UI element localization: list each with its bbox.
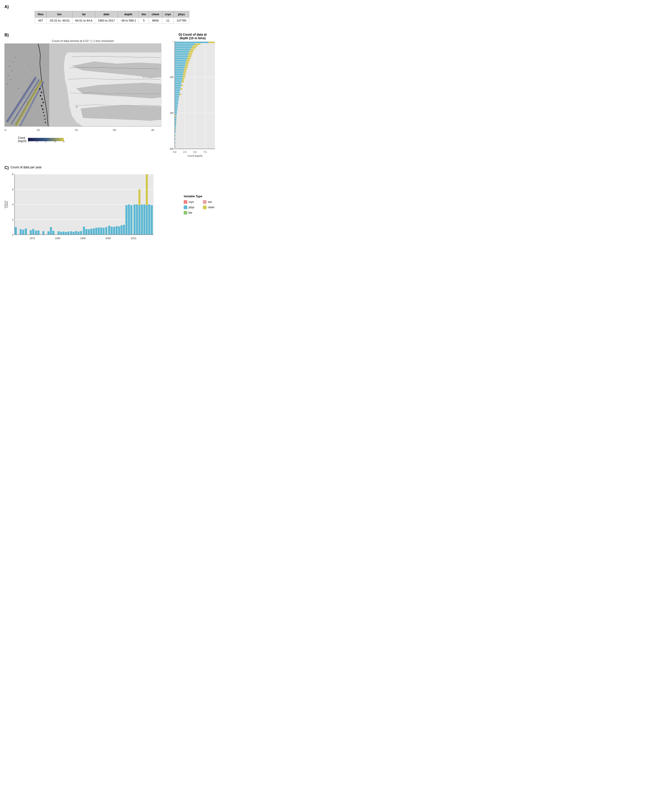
svg-rect-195 <box>75 231 77 235</box>
svg-rect-135 <box>175 122 176 124</box>
table-cell: 457 <box>35 18 46 24</box>
svg-rect-25 <box>13 111 14 111</box>
svg-rect-111 <box>175 85 181 86</box>
svg-text:600: 600 <box>170 148 174 150</box>
svg-rect-77 <box>189 52 192 54</box>
section-c: C) Count of data per year 8 6 4 2 0 Coun… <box>5 165 220 244</box>
svg-rect-106 <box>175 79 182 81</box>
svg-rect-180 <box>30 230 32 235</box>
svg-rect-215 <box>126 205 127 235</box>
svg-rect-226 <box>148 204 150 235</box>
svg-rect-66 <box>175 43 195 45</box>
svg-text:2: 2 <box>12 218 13 221</box>
svg-text:2010: 2010 <box>131 237 136 240</box>
svg-text:4: 4 <box>63 140 65 142</box>
svg-rect-197 <box>80 231 82 235</box>
svg-rect-116 <box>175 90 180 91</box>
svg-rect-207 <box>105 227 107 235</box>
svg-rect-93 <box>185 67 187 68</box>
svg-rect-178 <box>22 230 24 235</box>
svg-text:8: 8 <box>12 173 13 176</box>
svg-rect-109 <box>182 81 184 83</box>
col-header-date: date <box>95 11 118 18</box>
svg-rect-46 <box>143 77 144 78</box>
svg-rect-189 <box>60 232 62 235</box>
table-cell: 11 <box>162 18 174 24</box>
svg-rect-133 <box>175 119 176 120</box>
map-title: Count of data binned at 0.01° (~1 km) re… <box>5 39 161 43</box>
svg-rect-94 <box>175 68 184 70</box>
table-cell: 64.01 to 64.8 <box>73 18 95 24</box>
map-svg: 64.8 64.6 64.4 64.2 -53 -52 -51 -50 -49 <box>5 43 161 133</box>
svg-rect-219 <box>136 204 138 235</box>
legend-color-phys <box>184 206 187 209</box>
map-container: Count of data binned at 0.01° (~1 km) re… <box>5 39 161 143</box>
legend-item-bio: bio <box>184 211 200 214</box>
colorbar-label: Count(log10) <box>18 136 26 143</box>
section-c-label: C) <box>5 165 9 170</box>
svg-rect-102 <box>175 76 183 77</box>
section-d: D) Count of data atdepth (10 m bins) <box>166 33 220 159</box>
svg-rect-18 <box>7 84 8 85</box>
svg-rect-127 <box>175 108 177 110</box>
legend-label-phys: phys <box>189 206 194 209</box>
svg-rect-34 <box>39 88 41 90</box>
svg-rect-210 <box>113 227 115 235</box>
svg-rect-75 <box>189 51 193 52</box>
svg-rect-97 <box>184 70 186 72</box>
svg-rect-67 <box>195 43 200 45</box>
colorbar: Count(log10) 0 1 2 3 4 <box>18 136 161 143</box>
svg-rect-76 <box>175 52 189 54</box>
legend-color-soc <box>203 200 207 204</box>
svg-rect-41 <box>43 112 44 113</box>
svg-rect-122 <box>175 99 179 100</box>
legend-color-cryo <box>184 200 187 204</box>
svg-rect-227 <box>151 205 153 235</box>
section-a-label: A) <box>5 5 220 9</box>
svg-rect-73 <box>190 49 194 50</box>
svg-rect-186 <box>50 227 52 235</box>
legend-container: Variable Type cryo soc phys chem bio <box>184 165 220 244</box>
data-table: files lon lat date depth bio chem cryo p… <box>35 11 189 24</box>
svg-rect-204 <box>98 227 100 235</box>
col-header-chem: chem <box>149 11 162 18</box>
svg-rect-188 <box>58 231 60 235</box>
svg-rect-42 <box>44 115 45 116</box>
svg-rect-183 <box>37 231 40 235</box>
svg-rect-31 <box>28 55 29 55</box>
svg-rect-112 <box>181 85 183 86</box>
svg-rect-225 <box>146 174 148 205</box>
svg-text:2: 2 <box>45 140 47 142</box>
svg-rect-202 <box>93 228 95 235</box>
svg-text:2000: 2000 <box>106 237 111 240</box>
svg-rect-24 <box>27 102 28 103</box>
svg-rect-216 <box>128 204 130 235</box>
svg-rect-114 <box>175 88 180 90</box>
svg-rect-212 <box>118 226 120 235</box>
depth-chart-svg: 0 200 400 600 0.0 2.5 5.0 7.5 Count (log… <box>166 41 217 158</box>
svg-rect-119 <box>179 94 181 95</box>
col-header-cryo: cryo <box>162 11 174 18</box>
svg-rect-81 <box>188 56 191 57</box>
svg-rect-125 <box>175 105 178 106</box>
legend-label-chem: chem <box>208 206 214 209</box>
svg-rect-37 <box>41 98 43 100</box>
svg-rect-26 <box>17 115 18 116</box>
svg-text:1970: 1970 <box>30 237 35 240</box>
svg-rect-92 <box>175 67 185 68</box>
svg-rect-199 <box>85 229 88 235</box>
svg-rect-70 <box>175 47 192 48</box>
svg-rect-84 <box>175 60 186 61</box>
legend-item-cryo: cryo <box>184 200 200 204</box>
col-header-depth: depth <box>118 11 139 18</box>
svg-rect-45 <box>76 106 77 107</box>
legend-item-chem: chem <box>203 206 220 209</box>
svg-rect-33 <box>21 50 22 51</box>
svg-rect-74 <box>175 51 189 52</box>
svg-rect-16 <box>8 75 9 76</box>
svg-text:5.0: 5.0 <box>193 151 197 153</box>
svg-rect-113 <box>175 86 181 88</box>
svg-rect-72 <box>175 49 190 50</box>
col-header-bio: bio <box>139 11 149 18</box>
svg-rect-78 <box>175 54 188 56</box>
